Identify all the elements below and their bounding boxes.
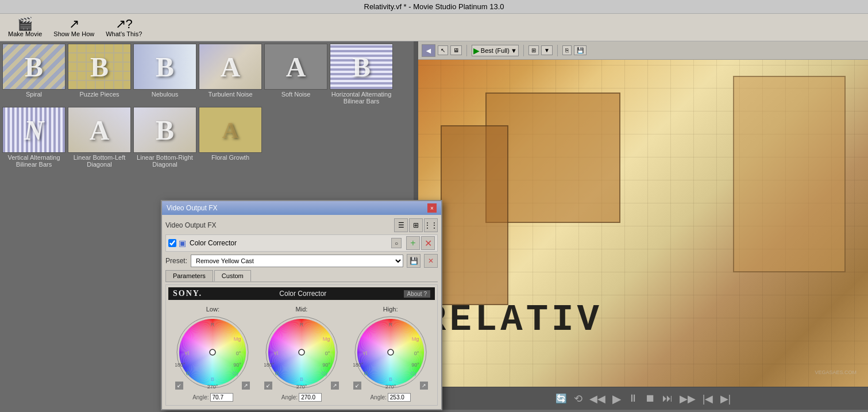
effect-label-valtbars: Vertical Alternating Bilinear Bars bbox=[2, 154, 65, 168]
effect-thumb-softnoise: A bbox=[264, 44, 327, 90]
cc-wheels-container: Low: #cw0 { clip-path: circle(63px at 65… bbox=[168, 303, 435, 392]
vofx-header-row: Video Output FX ☰ ⊞ ⋮⋮ bbox=[165, 218, 438, 232]
list-item[interactable]: A Floral Growth bbox=[199, 107, 262, 168]
angle-field-mid: Angle: bbox=[281, 393, 322, 402]
list-item[interactable]: A Soft Noise bbox=[264, 44, 327, 105]
preset-dropdown[interactable]: Remove Yellow Cast bbox=[191, 255, 403, 267]
angle-value-low[interactable] bbox=[210, 393, 233, 402]
plugin-remove-button[interactable]: ✕ bbox=[421, 236, 435, 250]
effect-label-linbotright: Linear Bottom-Right Diagonal bbox=[133, 154, 196, 168]
cc-wheel-high-label: High: bbox=[383, 306, 398, 313]
rewind-button[interactable]: ⟲ bbox=[572, 391, 585, 406]
quality-selector[interactable]: ▶ Best (Full) ▼ bbox=[472, 45, 519, 56]
cc-wheel-low-expand-tl[interactable]: ↙ bbox=[175, 382, 183, 390]
preview-cursor-button[interactable]: ↖ bbox=[438, 45, 448, 55]
effect-label-linbotleft: Linear Bottom-Left Diagonal bbox=[68, 154, 131, 168]
preview-arrow-left-button[interactable]: ◄ bbox=[422, 44, 435, 57]
effect-thumb-turbulent: A bbox=[199, 44, 262, 90]
tab-parameters[interactable]: Parameters bbox=[165, 270, 213, 282]
tab-custom[interactable]: Custom bbox=[214, 270, 251, 282]
list-item[interactable]: N Vertical Alternating Bilinear Bars bbox=[2, 107, 65, 168]
cc-wheel-low-expand[interactable]: ↗ bbox=[242, 382, 250, 390]
vofx-plugin-row: ▣ Color Corrector ○ + ✕ bbox=[165, 234, 438, 252]
effect-thumb-nebulous: B bbox=[133, 44, 196, 90]
cc-wheel-high: High: R Mg 90° Yl 180° 0° B 270° G bbox=[353, 306, 428, 390]
cc-wheel-high-expand-tl[interactable]: ↙ bbox=[353, 382, 361, 390]
loop-button[interactable]: 🔄 bbox=[553, 392, 569, 405]
effect-thumb-puzzle: B bbox=[68, 44, 131, 90]
plugin-enable-checkbox[interactable] bbox=[168, 239, 176, 247]
next-frame-button[interactable]: ⏭ bbox=[660, 391, 675, 406]
effect-label-puzzle: Puzzle Pieces bbox=[79, 91, 119, 98]
list-item[interactable]: B Puzzle Pieces bbox=[68, 44, 131, 105]
cc-wheel-mid-expand[interactable]: ↗ bbox=[331, 382, 339, 390]
show-me-how-button[interactable]: ↗ Show Me How bbox=[50, 17, 98, 38]
save-snapshot-button[interactable]: 💾 bbox=[574, 45, 587, 55]
step-back-button[interactable]: |◀ bbox=[700, 391, 716, 406]
list-item[interactable]: B Nebulous bbox=[133, 44, 196, 105]
help-cursor-icon: ↗ bbox=[69, 18, 79, 30]
angle-value-mid[interactable] bbox=[299, 393, 322, 402]
quality-dropdown-icon: ▼ bbox=[511, 47, 517, 54]
watermark: VEGASAES.COM bbox=[815, 369, 857, 375]
angle-label-high: Angle: bbox=[370, 394, 386, 401]
vofx-titlebar: Video Output FX × bbox=[162, 201, 441, 215]
plugin-settings-button[interactable]: ○ bbox=[391, 238, 402, 248]
cc-header: SONY. Color Corrector About ? bbox=[168, 287, 435, 300]
plugin-add-button[interactable]: + bbox=[406, 236, 420, 250]
effects-grid: B Spiral B Puzzle Pieces B Nebulous bbox=[0, 41, 414, 170]
preset-delete-button[interactable]: ✕ bbox=[424, 254, 438, 268]
cc-wheel-mid-expand-tl[interactable]: ↙ bbox=[264, 382, 272, 390]
angle-value-high[interactable] bbox=[388, 393, 411, 402]
vofx-settings-button[interactable]: ⊞ bbox=[409, 218, 423, 232]
effect-label-spiral: Spiral bbox=[26, 91, 42, 98]
fast-forward-button[interactable]: ▶▶ bbox=[677, 391, 698, 406]
vofx-more-button[interactable]: ⋮⋮ bbox=[424, 218, 438, 232]
list-item[interactable]: A Turbulent Noise bbox=[199, 44, 262, 105]
grid-dropdown-button[interactable]: ▼ bbox=[541, 45, 553, 55]
preset-save-button[interactable]: 💾 bbox=[407, 254, 421, 268]
vofx-close-button[interactable]: × bbox=[427, 203, 437, 213]
preset-label: Preset: bbox=[165, 257, 187, 265]
step-forward-button[interactable]: ▶| bbox=[718, 391, 734, 406]
preview-screen-button[interactable]: 🖥 bbox=[450, 45, 462, 55]
list-item[interactable]: B Linear Bottom-Right Diagonal bbox=[133, 107, 196, 168]
effect-thumb-haltbars: B bbox=[330, 44, 393, 90]
copy-button[interactable]: ⎘ bbox=[562, 45, 572, 55]
make-movie-label: Make Movie bbox=[8, 30, 42, 37]
cc-wheel-high-expand[interactable]: ↗ bbox=[420, 382, 428, 390]
effect-label-haltbars: Horizontal Alternating Bilinear Bars bbox=[330, 91, 393, 105]
quality-label: Best (Full) bbox=[481, 47, 510, 54]
pause-button[interactable]: ⏸ bbox=[626, 391, 641, 406]
play-button[interactable]: ▶ bbox=[610, 391, 623, 407]
angle-field-high: Angle: bbox=[370, 393, 410, 402]
list-item[interactable]: B Spiral bbox=[2, 44, 65, 105]
color-wheel-high: R Mg 90° Yl 180° 0° B 270° G Cy bbox=[353, 315, 428, 390]
cc-wheel-low-wrapper[interactable]: #cw0 { clip-path: circle(63px at 65px 65… bbox=[175, 315, 250, 390]
cc-wheel-low: Low: #cw0 { clip-path: circle(63px at 65… bbox=[175, 306, 250, 390]
angle-label-mid: Angle: bbox=[281, 394, 298, 401]
effect-thumb-linbotright: B bbox=[133, 107, 196, 153]
vofx-list-view-button[interactable]: ☰ bbox=[394, 218, 408, 232]
make-movie-button[interactable]: 🎬 Make Movie bbox=[5, 17, 45, 38]
svg-point-13 bbox=[210, 349, 215, 355]
cc-wheel-mid-wrapper[interactable]: R Mg 90° Yl 180° 0° B 270° G Cy ↗ bbox=[264, 315, 339, 390]
effect-label-floral: Floral Growth bbox=[211, 154, 249, 161]
list-item[interactable]: B Horizontal Alternating Bilinear Bars bbox=[330, 44, 393, 105]
svg-point-26 bbox=[299, 349, 304, 355]
cc-wheel-high-wrapper[interactable]: R Mg 90° Yl 180° 0° B 270° G Cy ↗ bbox=[353, 315, 428, 390]
list-item[interactable]: A Linear Bottom-Left Diagonal bbox=[68, 107, 131, 168]
whats-this-button[interactable]: ↗? What's This? bbox=[102, 17, 145, 38]
cc-about-button[interactable]: About ? bbox=[404, 290, 430, 298]
effect-thumb-spiral: B bbox=[2, 44, 65, 90]
toolbar: 🎬 Make Movie ↗ Show Me How ↗? What's Thi… bbox=[0, 14, 868, 41]
vofx-angle-row: Angle: Angle: Angle: bbox=[168, 392, 435, 403]
show-me-how-label: Show Me How bbox=[53, 30, 94, 37]
plugin-name-label: Color Corrector bbox=[190, 239, 389, 247]
effect-thumb-floral: A bbox=[199, 107, 262, 153]
cc-plugin-name: Color Corrector bbox=[279, 290, 326, 298]
play-slow-back-button[interactable]: ◀◀ bbox=[587, 391, 608, 406]
grid-button[interactable]: ⊞ bbox=[528, 45, 539, 55]
stop-button[interactable]: ⏹ bbox=[643, 391, 658, 406]
cc-wheel-mid-label: Mid: bbox=[296, 306, 308, 313]
